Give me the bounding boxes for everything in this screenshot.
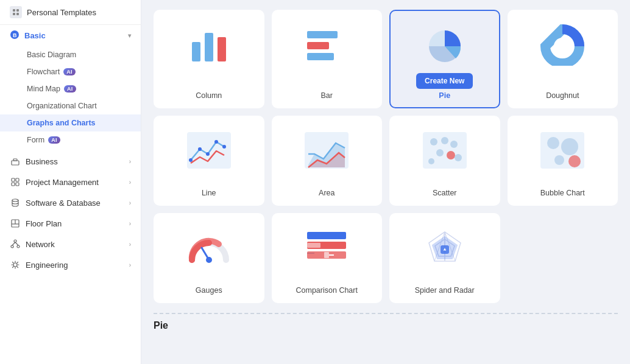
- spider-label: Spider and Radar: [415, 286, 475, 295]
- svg-rect-27: [307, 53, 334, 60]
- svg-point-42: [436, 149, 444, 156]
- pie-label: Pie: [439, 91, 450, 100]
- comparison-label: Comparison Chart: [296, 286, 358, 295]
- column-chart-icon: [185, 21, 233, 69]
- mind-map-ai-badge: AI: [64, 85, 76, 93]
- sidebar: Personal Templates B Basic ▾ Basic Diagr…: [0, 0, 141, 364]
- svg-point-12: [12, 199, 18, 201]
- svg-line-20: [15, 242, 18, 245]
- sidebar-item-network[interactable]: Network ›: [0, 234, 141, 254]
- sidebar-item-basic[interactable]: B Basic ▾: [0, 25, 141, 46]
- svg-rect-6: [12, 161, 19, 165]
- chart-card-scatter[interactable]: Scatter: [389, 116, 500, 206]
- section-label: Pie: [154, 320, 618, 335]
- svg-rect-24: [218, 37, 226, 61]
- svg-rect-0: [13, 9, 15, 12]
- software-chevron-icon: ›: [129, 200, 131, 206]
- svg-point-43: [447, 151, 455, 159]
- svg-point-50: [568, 155, 581, 167]
- business-chevron-icon: ›: [129, 158, 131, 165]
- floor-plan-label: Floor Plan: [26, 219, 62, 228]
- mind-map-label: Mind Map: [27, 85, 60, 93]
- svg-point-31: [198, 147, 202, 151]
- svg-point-44: [455, 154, 462, 161]
- area-chart-icon: [302, 127, 351, 175]
- gauges-chart-icon: [185, 224, 233, 273]
- sidebar-item-software-database[interactable]: Software & Database ›: [0, 192, 141, 213]
- chart-card-doughnut[interactable]: Doughnut: [508, 10, 618, 108]
- sidebar-personal-templates[interactable]: Personal Templates: [0, 0, 141, 25]
- pie-chart-icon: [420, 21, 469, 69]
- sidebar-item-project-management[interactable]: Project Management ›: [0, 172, 141, 192]
- svg-point-48: [561, 138, 578, 155]
- form-label: Form: [27, 136, 44, 144]
- chart-card-column[interactable]: Column: [154, 10, 264, 108]
- bubble-label: Bubble Chart: [540, 189, 585, 197]
- engineering-label: Engineering: [26, 261, 68, 270]
- sidebar-item-business[interactable]: Business ›: [0, 151, 141, 172]
- line-chart-icon: [185, 127, 233, 175]
- svg-point-16: [14, 240, 16, 242]
- svg-point-39: [430, 138, 437, 145]
- svg-rect-57: [324, 252, 329, 258]
- doughnut-chart-icon: [538, 21, 587, 69]
- svg-point-17: [11, 245, 13, 248]
- chart-card-pie[interactable]: Create New Pie: [389, 10, 500, 108]
- section-divider: [154, 313, 618, 314]
- svg-rect-55: [307, 243, 320, 248]
- personal-templates-label: Personal Templates: [27, 8, 96, 17]
- basic-sub-items: Basic Diagram Flowchart AI Mind Map AI O…: [0, 46, 141, 151]
- sidebar-item-form[interactable]: Form AI: [0, 131, 141, 149]
- main-content: Column Bar: [141, 0, 630, 364]
- svg-rect-1: [16, 9, 19, 12]
- floor-plan-chevron-icon: ›: [129, 220, 131, 227]
- svg-point-21: [13, 263, 17, 267]
- area-label: Area: [319, 189, 334, 197]
- chart-card-gauges[interactable]: Gauges: [154, 213, 264, 303]
- network-label: Network: [26, 240, 55, 249]
- chart-card-spider[interactable]: Spider and Radar: [389, 213, 500, 303]
- sidebar-item-basic-diagram[interactable]: Basic Diagram: [0, 46, 141, 63]
- sidebar-item-engineering[interactable]: Engineering ›: [0, 254, 141, 275]
- svg-rect-8: [12, 178, 15, 181]
- engineering-icon: [10, 259, 21, 270]
- create-new-button[interactable]: Create New: [416, 73, 473, 89]
- sidebar-item-graphs-charts[interactable]: Graphs and Charts: [0, 114, 141, 131]
- sidebar-item-mind-map[interactable]: Mind Map AI: [0, 80, 141, 97]
- svg-point-28: [554, 38, 571, 55]
- chart-card-comparison[interactable]: Comparison Chart: [272, 213, 383, 303]
- flowchart-label: Flowchart: [27, 68, 60, 76]
- svg-rect-22: [192, 42, 200, 61]
- scatter-label: Scatter: [433, 189, 457, 197]
- chart-card-bubble[interactable]: Bubble Chart: [508, 116, 618, 206]
- basic-icon: B: [10, 30, 19, 41]
- project-chevron-icon: ›: [129, 179, 131, 186]
- form-ai-badge: AI: [48, 136, 60, 144]
- chart-card-area[interactable]: Area: [272, 116, 383, 206]
- svg-rect-9: [16, 178, 19, 181]
- chart-card-line[interactable]: Line: [154, 116, 264, 206]
- svg-rect-10: [12, 183, 15, 186]
- chart-grid: Column Bar: [154, 10, 618, 303]
- graphs-charts-label: Graphs and Charts: [27, 119, 96, 127]
- bubble-chart-icon: [538, 127, 587, 175]
- svg-point-32: [206, 152, 210, 156]
- svg-point-34: [222, 145, 226, 149]
- doughnut-label: Doughnut: [546, 91, 579, 100]
- sidebar-item-org-chart[interactable]: Organizational Chart: [0, 97, 141, 114]
- svg-point-49: [554, 155, 564, 165]
- org-chart-label: Organizational Chart: [27, 102, 97, 110]
- svg-point-45: [428, 158, 434, 164]
- network-chevron-icon: ›: [129, 241, 131, 248]
- sidebar-item-flowchart[interactable]: Flowchart AI: [0, 63, 141, 80]
- software-database-label: Software & Database: [26, 198, 101, 208]
- svg-point-40: [441, 137, 448, 144]
- project-management-label: Project Management: [26, 178, 99, 187]
- svg-point-52: [206, 257, 212, 263]
- chart-card-bar[interactable]: Bar: [272, 10, 383, 108]
- software-database-icon: [10, 197, 21, 208]
- basic-label: Basic: [24, 31, 46, 40]
- svg-rect-11: [16, 183, 19, 186]
- personal-templates-icon: [10, 6, 22, 18]
- sidebar-item-floor-plan[interactable]: Floor Plan ›: [0, 213, 141, 234]
